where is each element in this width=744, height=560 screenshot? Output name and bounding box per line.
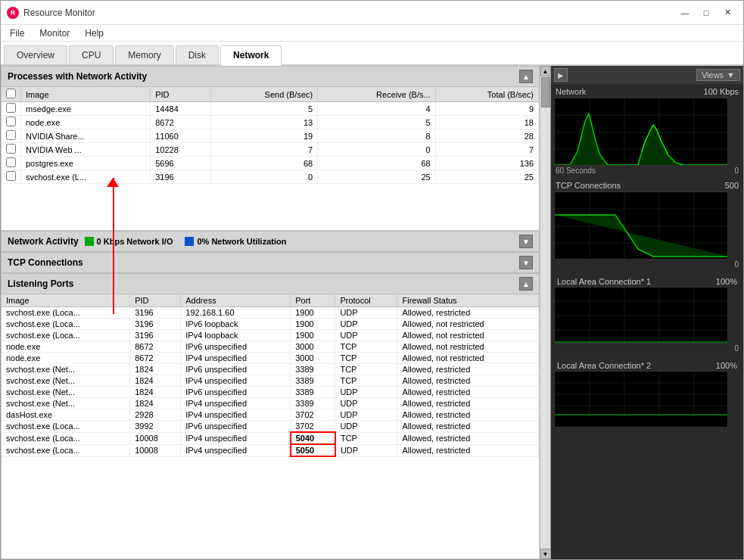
lp-col-firewall[interactable]: Firewall Status — [397, 294, 539, 307]
lp-row-port: 3389 — [291, 398, 335, 409]
tcp-graph-scale: 500 — [725, 181, 739, 190]
table-row[interactable]: msedge.exe 14484 5 4 9 — [2, 102, 539, 116]
list-item[interactable]: svchost.exe (Net... 1824 IPv4 unspecifie… — [2, 398, 539, 409]
table-row[interactable]: NVIDIA Web ... 10228 7 0 7 — [2, 143, 539, 157]
close-button[interactable]: ✕ — [718, 5, 737, 20]
right-expand-btn[interactable]: ▶ — [554, 68, 568, 82]
tab-cpu[interactable]: CPU — [69, 45, 114, 64]
row-pid: 11060 — [151, 129, 211, 143]
network-activity-header[interactable]: Network Activity 0 Kbps Network I/O 0% N… — [1, 231, 540, 252]
list-item[interactable]: svchost.exe (Loca... 3196 IPv6 loopback … — [2, 319, 539, 330]
list-item[interactable]: svchost.exe (Loca... 3992 IPv6 unspecifi… — [2, 421, 539, 433]
network-graph-value: 0 — [734, 166, 739, 175]
tab-memory[interactable]: Memory — [115, 45, 173, 64]
row-checkbox[interactable] — [6, 157, 16, 167]
lp-col-pid[interactable]: PID — [130, 294, 181, 307]
lp-row-image: dasHost.exe — [2, 409, 130, 421]
row-checkbox-cell[interactable] — [2, 143, 21, 157]
tcp-section-header[interactable]: TCP Connections ▼ — [1, 252, 540, 273]
scroll-down-btn[interactable]: ▼ — [540, 549, 551, 559]
list-item[interactable]: svchost.exe (Loca... 3196 192.168.1.60 1… — [2, 307, 539, 319]
tcp-collapse-btn[interactable]: ▼ — [519, 256, 533, 269]
list-item[interactable]: node.exe 8672 IPv4 unspecified 3000 TCP … — [2, 353, 539, 364]
conn1-graph-footer: 0 — [554, 344, 740, 353]
lp-row-image: svchost.exe (Loca... — [2, 432, 130, 444]
list-item[interactable]: svchost.exe (Loca... 3196 IPv4 loopback … — [2, 330, 539, 341]
lp-row-address: IPv4 unspecified — [181, 432, 291, 444]
list-item[interactable]: svchost.exe (Loca... 10008 IPv4 unspecif… — [2, 444, 539, 456]
network-activity-indicators: 0 Kbps Network I/O 0% Network Utilizatio… — [85, 237, 519, 246]
lp-row-protocol: UDP — [335, 398, 397, 409]
menu-monitor[interactable]: Monitor — [33, 26, 76, 40]
lp-row-protocol: TCP — [335, 432, 397, 444]
processes-section-header[interactable]: Processes with Network Activity ▲ — [1, 66, 540, 87]
lp-row-firewall: Allowed, restricted — [397, 307, 539, 319]
lp-col-image[interactable]: Image — [2, 294, 130, 307]
tab-disk[interactable]: Disk — [176, 45, 219, 64]
lp-col-protocol[interactable]: Protocol — [335, 294, 397, 307]
tab-overview[interactable]: Overview — [4, 45, 67, 64]
col-send[interactable]: Send (B/sec) — [211, 87, 318, 102]
col-checkbox[interactable] — [2, 87, 21, 102]
menu-help[interactable]: Help — [79, 26, 110, 40]
row-checkbox-cell[interactable] — [2, 170, 21, 184]
list-item[interactable]: node.exe 8672 IPv6 unspecified 3000 TCP … — [2, 341, 539, 353]
row-checkbox[interactable] — [6, 144, 16, 154]
lp-row-address: IPv4 unspecified — [181, 353, 291, 364]
lp-row-port: 1900 — [291, 307, 335, 319]
col-image[interactable]: Image — [21, 87, 151, 102]
lp-col-address[interactable]: Address — [181, 294, 291, 307]
main-scrollbar[interactable]: ▲ ▼ — [540, 66, 550, 559]
processes-collapse-btn[interactable]: ▲ — [519, 70, 533, 83]
lp-row-address: IPv6 unspecified — [181, 387, 291, 398]
list-item[interactable]: svchost.exe (Loca... 10008 IPv4 unspecif… — [2, 432, 539, 444]
col-pid[interactable]: PID — [151, 87, 211, 102]
conn2-title: Local Area Connection* 2 — [557, 361, 651, 370]
listening-ports-header[interactable]: Listening Ports ▲ — [1, 273, 540, 294]
row-checkbox[interactable] — [6, 103, 16, 113]
list-item[interactable]: svchost.exe (Net... 1824 IPv4 unspecifie… — [2, 375, 539, 387]
row-pid: 8672 — [151, 116, 211, 129]
col-total[interactable]: Total (B/sec) — [435, 87, 538, 102]
table-row[interactable]: postgres.exe 5696 68 68 136 — [2, 157, 539, 170]
table-row[interactable]: node.exe 8672 13 5 18 — [2, 116, 539, 129]
maximize-button[interactable]: □ — [696, 5, 716, 20]
menu-file[interactable]: File — [4, 26, 30, 40]
row-checkbox-cell[interactable] — [2, 102, 21, 116]
lp-row-image: svchost.exe (Net... — [2, 364, 130, 375]
row-receive: 25 — [318, 170, 435, 184]
row-checkbox-cell[interactable] — [2, 116, 21, 129]
scroll-track[interactable] — [540, 76, 551, 549]
list-item[interactable]: dasHost.exe 2928 IPv4 unspecified 3702 U… — [2, 409, 539, 421]
scroll-thumb[interactable] — [541, 77, 550, 107]
lp-col-port[interactable]: Port — [291, 294, 335, 307]
tcp-graph-canvas — [554, 191, 728, 260]
col-receive[interactable]: Receive (B/s... — [318, 87, 435, 102]
row-send: 5 — [211, 102, 318, 116]
row-checkbox-cell[interactable] — [2, 129, 21, 143]
row-checkbox-cell[interactable] — [2, 157, 21, 170]
table-row[interactable]: svchost.exe (L... 3196 0 25 25 — [2, 170, 539, 184]
network-activity-collapse-btn[interactable]: ▼ — [519, 235, 533, 248]
right-top-bar: ▶ Views ▼ — [551, 66, 743, 84]
minimize-button[interactable]: — — [675, 5, 695, 20]
tab-network[interactable]: Network — [220, 45, 282, 66]
lp-row-firewall: Allowed, restricted — [397, 387, 539, 398]
list-item[interactable]: svchost.exe (Net... 1824 IPv6 unspecifie… — [2, 387, 539, 398]
listening-ports-collapse-btn[interactable]: ▲ — [519, 277, 533, 291]
select-all-checkbox[interactable] — [6, 89, 16, 98]
views-button[interactable]: Views ▼ — [696, 69, 740, 81]
row-checkbox[interactable] — [6, 130, 16, 140]
lp-row-pid: 10008 — [130, 444, 181, 456]
row-send: 13 — [211, 116, 318, 129]
lp-row-port: 3000 — [291, 341, 335, 353]
table-row[interactable]: NVIDIA Share... 11060 19 8 28 — [2, 129, 539, 143]
scroll-up-btn[interactable]: ▲ — [540, 66, 551, 76]
list-item[interactable]: svchost.exe (Net... 1824 IPv6 unspecifie… — [2, 364, 539, 375]
lp-row-protocol: TCP — [335, 364, 397, 375]
row-checkbox[interactable] — [6, 171, 16, 181]
tcp-graph-value: 0 — [734, 260, 739, 269]
network-graph-section: Network 100 Kbps — [551, 84, 743, 178]
lp-row-protocol: UDP — [335, 387, 397, 398]
row-checkbox[interactable] — [6, 117, 16, 126]
